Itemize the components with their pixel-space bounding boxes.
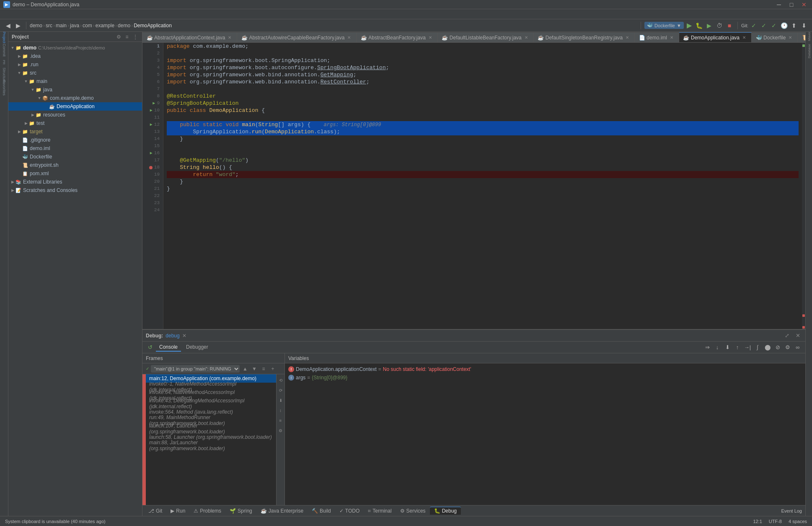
bc-example[interactable]: example (96, 23, 114, 29)
sidebar-pr-icon[interactable]: PR (0, 59, 8, 66)
maven-icon[interactable]: Maven (806, 33, 812, 39)
git-check2[interactable]: ✓ (759, 21, 768, 30)
bottom-tab-git[interactable]: ⎇ Git (144, 507, 166, 515)
project-collapse-btn[interactable]: ≡ (124, 34, 130, 40)
frame-nav-up[interactable]: ▲ (241, 365, 249, 373)
bc-src[interactable]: src (46, 23, 52, 29)
git-check3[interactable]: ✓ (769, 21, 778, 30)
tree-target[interactable]: ▶ 📁 target (8, 127, 142, 136)
tab-demo-iml[interactable]: 📄 demo.iml ✕ (635, 32, 679, 42)
bc-java[interactable]: java (70, 23, 79, 29)
debug-button[interactable]: 🐛 (695, 21, 704, 30)
event-log-btn[interactable]: Event Log (779, 508, 804, 513)
sidebar-project-icon[interactable]: Project (0, 34, 8, 41)
thread-dropdown[interactable]: "main"@1 in group "main": RUNNING (151, 365, 240, 373)
tab-dockerfile[interactable]: 🐳 Dockerfile ✕ (752, 32, 798, 42)
tab-abstract-app-context[interactable]: ☕ AbstractApplicationContext.java ✕ (142, 32, 237, 42)
bottom-tab-run[interactable]: ▶ Run (166, 507, 189, 515)
status-encoding[interactable]: UTF-8 (767, 519, 784, 524)
bc-demo2[interactable]: demo (118, 23, 130, 29)
tab-entrypoint[interactable]: 📜 entrypoint.sh ✕ (798, 32, 805, 42)
tab-default-listable[interactable]: ☕ DefaultListableBeanFactory.java ✕ (438, 32, 534, 42)
frame-tool-4[interactable]: ↕ (277, 406, 285, 415)
tab-close-aaw[interactable]: ✕ (346, 35, 352, 41)
tab-abstract-autowire[interactable]: ☕ AbstractAutowireCapableBeanFactory.jav… (237, 32, 357, 42)
frame-nav-down[interactable]: ▼ (251, 365, 258, 373)
bc-com[interactable]: com (83, 23, 92, 29)
debug-close-panel-btn[interactable]: ✕ (794, 332, 802, 340)
tab-close-ab[interactable]: ✕ (427, 35, 433, 41)
bottom-tab-todo[interactable]: ✓ TODO (335, 507, 364, 515)
debug-rerun-btn[interactable]: ↺ (146, 343, 154, 352)
git-history[interactable]: 🕐 (779, 21, 789, 30)
frame-tool-6[interactable]: ⚙ (277, 426, 285, 435)
bottom-tab-spring[interactable]: 🌱 Spring (225, 507, 256, 515)
tab-close-aac[interactable]: ✕ (227, 35, 233, 41)
tree-scratches[interactable]: ▶ 📝 Scratches and Consoles (8, 186, 142, 194)
tree-demo-application[interactable]: ☕ DemoApplication (8, 102, 142, 111)
tree-dockerfile[interactable]: 🐳 Dockerfile (8, 153, 142, 161)
var-app-context[interactable]: ! DemoApplication.applicationContext = N… (285, 365, 805, 373)
forward-btn[interactable]: ▶ (13, 21, 23, 30)
frame-add-btn[interactable]: + (269, 365, 277, 373)
bottom-tab-java-enterprise[interactable]: ☕ Java Enterprise (256, 507, 308, 515)
debug-settings[interactable]: ⚙ (784, 343, 792, 352)
git-pull[interactable]: ⬇ (799, 21, 809, 30)
tab-close-ds[interactable]: ✕ (624, 35, 630, 41)
git-push[interactable]: ⬆ (789, 21, 799, 30)
debug-close-icon[interactable]: ✕ (182, 333, 186, 339)
project-more-btn[interactable]: ⋮ (132, 34, 139, 40)
minimize-btn[interactable]: ─ (774, 0, 784, 9)
code-content[interactable]: package com.example.demo; import org.spr… (163, 43, 802, 329)
frame-invoke43[interactable]: invoke:43, DelegatingMethodAccessorImpl … (146, 399, 276, 408)
database-icon[interactable]: Database (806, 48, 812, 54)
tree-idea[interactable]: ▶ 📁 .idea (8, 52, 142, 60)
tab-abstract-bean[interactable]: ☕ AbstractBeanFactory.java ✕ (357, 32, 438, 42)
frame-filter-btn[interactable]: ≡ (260, 365, 267, 373)
debug-run-to-cursor[interactable]: →| (743, 343, 752, 352)
debug-step-out[interactable]: ↑ (733, 343, 742, 352)
bc-demo[interactable]: demo (30, 23, 42, 29)
tree-pom[interactable]: 📋 pom.xml (8, 169, 142, 178)
frame-main88[interactable]: main:88, JarLauncher (org.springframewor… (146, 441, 276, 450)
tree-gitignore[interactable]: 📄 .gitignore (8, 136, 142, 144)
tree-root[interactable]: ▼ 📁 demo C:\Users\wsx\IdeaProjects\demo (8, 44, 142, 52)
debug-step-into[interactable]: ↓ (713, 343, 721, 352)
tree-ext-libs[interactable]: ▶ 📚 External Libraries (8, 178, 142, 186)
frame-tool-2[interactable]: ⟳ (277, 386, 285, 394)
bc-main[interactable]: main (56, 23, 67, 29)
tab-demo-application[interactable]: ☕ DemoApplication.java ✕ (679, 32, 752, 42)
bc-current[interactable]: DemoApplication (134, 23, 172, 29)
sidebar-commit-icon[interactable]: Commit (0, 46, 8, 54)
debug-infinity[interactable]: ∞ (794, 343, 802, 352)
tab-close-dl[interactable]: ✕ (523, 35, 529, 41)
frame-tool-3[interactable]: ⬇ (277, 396, 285, 404)
profile-btn[interactable]: ⏱ (715, 21, 724, 30)
run-button[interactable]: ▶ (685, 21, 694, 30)
tab-close-docker[interactable]: ✕ (787, 35, 793, 41)
tree-demo-iml[interactable]: 📄 demo.iml (8, 144, 142, 153)
tree-entrypoint[interactable]: 📜 entrypoint.sh (8, 161, 142, 169)
tree-resources[interactable]: ▶ 📁 resources (8, 111, 142, 119)
frame-tool-5[interactable]: ≡ (277, 416, 285, 425)
bottom-tab-problems[interactable]: ⚠ Problems (189, 507, 225, 515)
bottom-tab-services[interactable]: ⚙ Services (396, 507, 430, 515)
status-position[interactable]: 12:1 (751, 519, 763, 524)
close-btn[interactable]: ✕ (799, 0, 809, 9)
frame-tool-1[interactable]: ⟲ (277, 376, 285, 384)
debug-mute-bps[interactable]: ⊘ (773, 343, 782, 352)
var-args[interactable]: i args = {String[0]@899} (285, 373, 805, 382)
debug-tab-console[interactable]: Console (156, 343, 181, 352)
tree-main[interactable]: ▼ 📁 main (8, 77, 142, 86)
status-indent[interactable]: 4 spaces (787, 519, 809, 524)
sidebar-structure-icon[interactable]: Structure (0, 71, 8, 79)
debug-step-into-force[interactable]: ⬇ (723, 343, 732, 352)
coverage-btn[interactable]: ▶ (705, 21, 714, 30)
breakpoint-18[interactable] (149, 166, 153, 169)
debug-tab-debugger[interactable]: Debugger (183, 343, 212, 352)
bottom-tab-debug[interactable]: 🐛 Debug (430, 507, 461, 515)
frame-launch107[interactable]: launch:107, Launcher (org.springframewor… (146, 425, 276, 433)
tab-default-singleton[interactable]: ☕ DefaultSingletonBeanRegistry.java ✕ (534, 32, 635, 42)
tree-run[interactable]: ▶ 📁 .run (8, 60, 142, 69)
maximize-btn[interactable]: □ (787, 0, 796, 9)
